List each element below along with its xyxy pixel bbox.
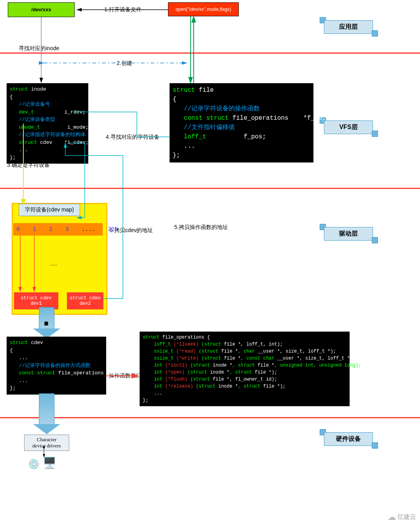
label-step5-ops: 5.拷贝操作函数的地址 bbox=[174, 224, 228, 231]
label-step1: 1.打开设备文件 bbox=[104, 6, 142, 13]
code-struct-cdev: struct cdev { ... //记录字符设备的操作方式函数 const … bbox=[7, 337, 106, 395]
character-drivers-box: Characterdevice drivers bbox=[24, 435, 69, 451]
diagram-canvas: 应用层 VFS层 驱动层 硬件设备 /dev/xxx open("/dev/xx… bbox=[0, 0, 420, 524]
separator-driver-hw bbox=[0, 417, 420, 418]
layer-hw: 硬件设备 bbox=[324, 432, 373, 446]
dev-file-box: /dev/xxx bbox=[8, 2, 75, 17]
code-struct-file: struct file { //记录字符设备的操作函数 const struct… bbox=[170, 83, 313, 162]
disk-icon: 💿 bbox=[28, 459, 40, 470]
layer-app: 应用层 bbox=[324, 20, 373, 34]
cdev-map-dots: ..... bbox=[50, 260, 57, 267]
separator-app-vfs bbox=[0, 52, 420, 54]
open-call-box: open("/dev/xx",mode,flags) bbox=[168, 2, 239, 16]
cdev-index-bar: 0 1 2 3 .... 225 bbox=[13, 223, 103, 236]
computer-icon: 🖥️ bbox=[43, 456, 56, 469]
layer-vfs: VFS层 bbox=[324, 121, 373, 134]
code-struct-inode: struct inode { //记录设备号 dev_t i_rdev; //记… bbox=[7, 83, 88, 164]
separator-vfs-driver bbox=[0, 188, 420, 189]
big-arrow-cdev: 通过设备号找到字符设备 bbox=[39, 307, 54, 330]
label-step4: 4.寻找对应的字符设备 bbox=[106, 134, 159, 141]
layer-driver: 驱动层 bbox=[324, 227, 373, 241]
label-find-inode: 寻找对应的inode bbox=[19, 45, 59, 52]
label-step2: 2.创建 bbox=[115, 60, 134, 67]
cloud-icon: ☁ bbox=[388, 512, 396, 522]
cdev-dev2: struct cdev dev2 bbox=[67, 292, 103, 309]
watermark: ☁ 亿速云 bbox=[388, 512, 416, 522]
cdev-map-title: 字符设备(cdev map) bbox=[19, 204, 80, 216]
big-arrow-hw bbox=[39, 393, 54, 425]
code-file-operations: struct file_operations { loff_t (*llseek… bbox=[140, 332, 350, 406]
